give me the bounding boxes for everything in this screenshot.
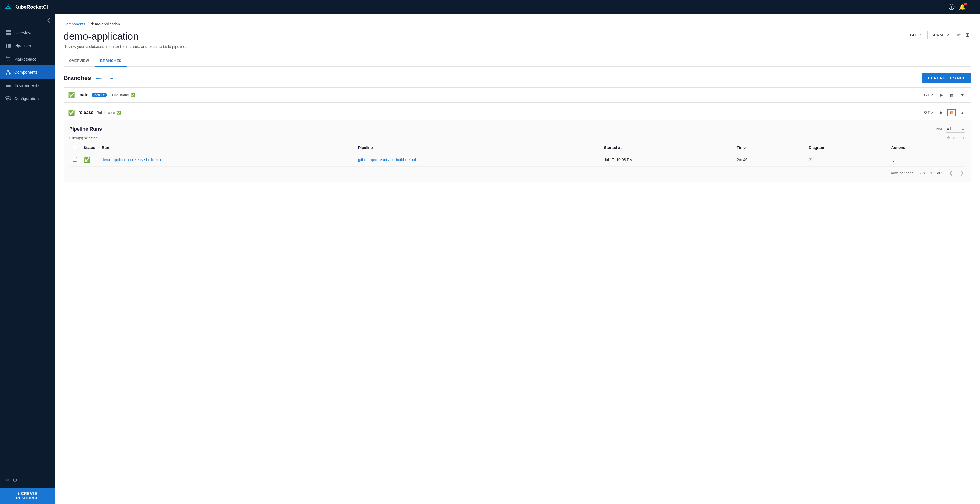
sidebar-item-overview-label: Overview: [14, 30, 32, 35]
prev-page-button[interactable]: ❮: [947, 170, 954, 176]
type-select-wrapper: All Build Deploy: [946, 126, 966, 132]
branch-release-left: ✅ release Build status ✅: [68, 109, 121, 116]
svg-point-10: [7, 61, 8, 61]
breadcrumb-parent[interactable]: Components: [64, 22, 85, 26]
sidebar-item-marketplace[interactable]: Marketplace: [0, 52, 55, 65]
branch-main-expand-button[interactable]: ▼: [958, 92, 967, 99]
sidebar-bottom-section: ✏ ⚙ + CREATE RESOURCE: [0, 473, 55, 504]
build-status-ok-icon: ✅: [130, 93, 135, 97]
sidebar-item-marketplace-label: Marketplace: [14, 57, 37, 61]
run-link[interactable]: demo-application-release-build-zcxn: [102, 158, 164, 162]
select-all-checkbox[interactable]: [73, 145, 77, 149]
delete-page-button[interactable]: 🗑: [964, 31, 971, 39]
learn-more-link[interactable]: Learn more.: [94, 76, 114, 80]
sidebar-item-pipelines-label: Pipelines: [14, 43, 31, 48]
app-name: KubeRocketCI: [14, 5, 48, 10]
breadcrumb-current: demo-application: [91, 22, 120, 26]
top-nav: KubeRocketCI ⓘ 🔔 ⋮: [0, 0, 980, 14]
cart-icon: [5, 56, 11, 62]
tab-overview[interactable]: OVERVIEW: [64, 55, 95, 67]
branch-release-run-button[interactable]: ▶: [937, 109, 945, 116]
row-actions-cell: ⋮: [888, 153, 966, 166]
type-select[interactable]: All Build Deploy: [946, 126, 966, 132]
more-menu-icon[interactable]: ⋮: [970, 4, 975, 10]
sidebar-nav: Overview Pipelines M: [0, 26, 55, 105]
tabs: OVERVIEW BRANCHES: [64, 55, 971, 67]
pipeline-table-head: Status Run Pipeline Started at: [69, 142, 966, 153]
svg-line-16: [8, 71, 10, 73]
branch-release-status-icon: ✅: [68, 109, 75, 116]
sidebar-item-configuration[interactable]: Configuration: [0, 92, 55, 105]
branch-release-git-button[interactable]: GIT ↗: [922, 110, 935, 116]
git-button[interactable]: GIT ↗: [906, 31, 925, 39]
svg-rect-19: [6, 86, 11, 87]
sidebar-bottom: ✏ ⚙: [0, 473, 55, 488]
external-link-icon-2: ↗: [947, 33, 950, 37]
edit-page-button[interactable]: ✏: [956, 31, 962, 39]
col-run: Run: [99, 142, 355, 153]
branch-release-expanded: Pipeline Runs Type All Build Deploy: [64, 120, 971, 182]
env-icon: [5, 83, 11, 88]
pipeline-runs-title: Pipeline Runs: [69, 126, 102, 132]
branch-main-run-button[interactable]: ▶: [937, 91, 945, 99]
row-started-at-cell: Jul 17, 10:08 PM: [601, 153, 733, 166]
sidebar: ❮ Overview: [0, 14, 55, 504]
delete-selected-button[interactable]: 🗑 DELETE: [947, 136, 966, 140]
edit-icon[interactable]: ✏: [5, 477, 10, 483]
info-icon[interactable]: ⓘ: [948, 3, 955, 11]
notification-icon[interactable]: 🔔: [959, 4, 966, 10]
main-layout: ❮ Overview: [0, 14, 980, 504]
content-area: Components / demo-application demo-appli…: [55, 14, 980, 504]
branch-main-left: ✅ main default Build status ✅: [68, 92, 135, 98]
col-diagram: Diagram: [806, 142, 888, 153]
sidebar-item-environments-label: Environments: [14, 83, 40, 88]
branch-main-git-button[interactable]: GIT ↗: [922, 92, 935, 98]
breadcrumb-separator: /: [88, 22, 88, 26]
branch-release-collapse-button[interactable]: ▲: [958, 109, 967, 116]
sidebar-item-pipelines[interactable]: Pipelines: [0, 39, 55, 52]
svg-point-13: [6, 73, 7, 75]
sidebar-item-overview[interactable]: Overview: [0, 26, 55, 39]
type-filter: Type All Build Deploy: [935, 126, 966, 132]
pipeline-table-body: ✅ demo-application-release-build-zcxn gi…: [69, 153, 966, 166]
diagram-icon[interactable]: ⧖: [809, 157, 812, 162]
sidebar-item-configuration-label: Configuration: [14, 96, 38, 101]
page-title: demo-application: [64, 31, 138, 42]
branch-release-right: GIT ↗ ▶ 🗑 ▲: [922, 109, 967, 116]
row-more-actions-icon[interactable]: ⋮: [891, 157, 896, 163]
svg-rect-3: [6, 30, 8, 32]
branch-main-right: GIT ↗ ▶ 🗑 ▼: [922, 91, 967, 99]
branch-release-name: release: [78, 110, 93, 115]
row-checkbox[interactable]: [73, 157, 77, 162]
pipeline-table: Status Run Pipeline Started at: [69, 142, 966, 166]
svg-point-12: [7, 70, 9, 71]
create-resource-button[interactable]: + CREATE RESOURCE: [0, 488, 55, 504]
svg-rect-4: [8, 30, 11, 32]
pipeline-icon: [5, 43, 11, 48]
sidebar-item-components[interactable]: Components: [0, 65, 55, 79]
component-icon: [5, 69, 11, 75]
next-page-button[interactable]: ❯: [959, 170, 966, 176]
type-label: Type: [935, 128, 942, 131]
branch-main-delete-button[interactable]: 🗑: [947, 92, 956, 99]
col-time: Time: [733, 142, 806, 153]
branch-row-main: ✅ main default Build status ✅ GIT ↗ ▶ 🗑 …: [64, 88, 971, 103]
tab-branches[interactable]: BRANCHES: [95, 55, 127, 67]
rows-per-page-chevron[interactable]: ▼: [923, 171, 926, 175]
svg-rect-18: [6, 85, 11, 86]
svg-rect-5: [6, 33, 8, 35]
settings-icon[interactable]: ⚙: [13, 477, 17, 483]
create-branch-button[interactable]: + CREATE BRANCH: [922, 73, 971, 83]
pipeline-link[interactable]: github-npm-react-app-build-default: [358, 158, 417, 162]
sidebar-item-environments[interactable]: Environments: [0, 79, 55, 92]
sonar-button[interactable]: SONAR ↗: [928, 31, 953, 39]
pipeline-runs-header: Pipeline Runs Type All Build Deploy: [69, 126, 966, 132]
logo-icon: [5, 3, 12, 11]
sidebar-toggle[interactable]: ❮: [0, 14, 55, 26]
pipeline-table-header-row: Status Run Pipeline Started at: [69, 142, 966, 153]
branch-release-delete-button[interactable]: 🗑: [947, 109, 956, 116]
branch-main-status-icon: ✅: [68, 92, 75, 98]
branch-row-release-header: ✅ release Build status ✅ GIT ↗ ▶ 🗑 ▲: [64, 105, 971, 120]
branch-release-build-status: Build status ✅: [97, 111, 121, 115]
branch-row-main-header: ✅ main default Build status ✅ GIT ↗ ▶ 🗑 …: [64, 88, 971, 102]
